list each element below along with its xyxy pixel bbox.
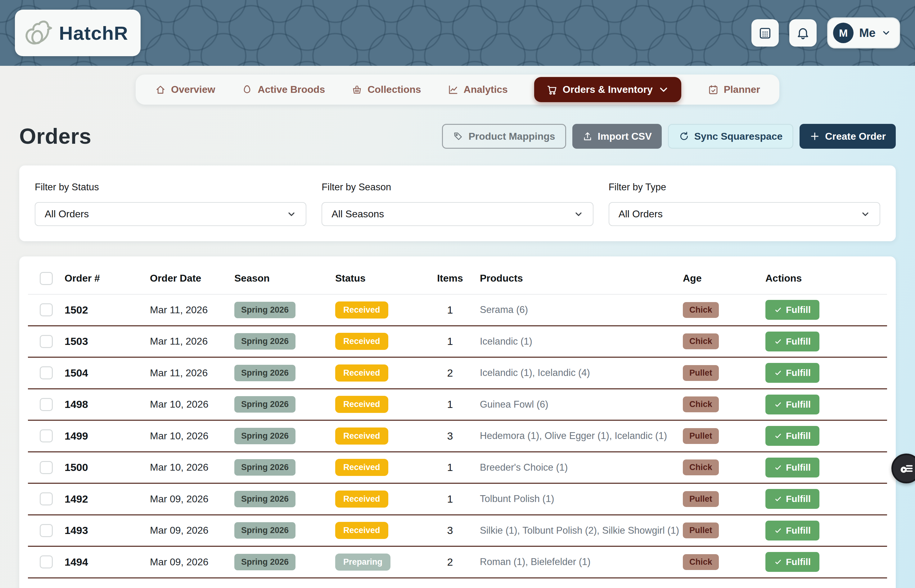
table-row: 1494Mar 09, 2026Spring 2026Preparing2Rom… [28, 547, 887, 578]
row-checkbox[interactable] [40, 556, 53, 569]
filter-by-season-select[interactable]: All Seasons [321, 202, 593, 226]
fulfill-button[interactable]: Fulfill [765, 458, 820, 478]
products-list: Hedemora (1), Olive Egger (1), Icelandic… [472, 430, 683, 441]
tag-icon [453, 131, 463, 142]
fulfill-button[interactable]: Fulfill [765, 300, 820, 320]
row-checkbox[interactable] [40, 398, 53, 411]
status-badge: Preparing [335, 554, 391, 570]
table-row: 1503Mar 11, 2026Spring 2026Received1Icel… [28, 326, 887, 358]
items-count: 1 [428, 304, 472, 316]
profile-label: Me [859, 26, 876, 40]
fulfill-label: Fulfill [786, 494, 811, 504]
fulfill-label: Fulfill [786, 557, 811, 567]
brand-logo[interactable]: HatchR [15, 10, 140, 56]
hen-egg-icon [23, 17, 55, 49]
season-badge: Spring 2026 [234, 365, 295, 381]
status-badge: Received [335, 522, 388, 539]
table-row: 1498Mar 10, 2026Spring 2026Received1Guin… [28, 389, 887, 421]
fulfill-button[interactable]: Fulfill [765, 331, 820, 351]
tab-active-broods[interactable]: Active Broods [242, 84, 325, 95]
row-checkbox[interactable] [40, 493, 53, 506]
row-checkbox[interactable] [40, 366, 53, 380]
tab-orders-inventory[interactable]: Orders & Inventory [534, 77, 681, 102]
chart-icon [447, 84, 459, 95]
import-csv-button[interactable]: Import CSV [572, 124, 662, 149]
row-checkbox[interactable] [40, 303, 53, 317]
product-mappings-button[interactable]: Product Mappings [442, 124, 566, 149]
order-number: 1498 [65, 398, 150, 410]
column-header-status: Status [335, 273, 428, 284]
tab-overview[interactable]: Overview [155, 84, 215, 95]
status-badge: Received [335, 491, 388, 507]
items-count: 1 [428, 461, 472, 473]
age-badge: Pullet [683, 365, 719, 381]
upload-icon [582, 131, 593, 142]
status-badge: Received [335, 459, 388, 476]
filter-label: Filter by Type [608, 182, 880, 193]
row-checkbox[interactable] [40, 524, 53, 537]
button-label: Product Mappings [468, 131, 555, 142]
chevron-down-icon [286, 209, 297, 219]
order-number: 1494 [65, 556, 150, 568]
column-header-season: Season [234, 273, 335, 284]
tab-label: Overview [171, 84, 215, 95]
orders-table: Order #Order DateSeasonStatusItemsProduc… [19, 257, 896, 588]
filter-label: Filter by Season [321, 182, 593, 193]
order-date: Mar 09, 2026 [150, 556, 234, 568]
button-label: Import CSV [598, 131, 652, 142]
header-actions: M Me [751, 18, 900, 48]
items-count: 1 [428, 493, 472, 505]
select-all-checkbox[interactable] [40, 272, 53, 285]
order-date: Mar 10, 2026 [150, 430, 234, 442]
row-checkbox[interactable] [40, 335, 53, 348]
products-list: Serama (6) [472, 304, 683, 315]
chevron-down-icon [860, 209, 870, 219]
column-header-actions: Actions [765, 273, 887, 284]
check-icon [774, 527, 782, 535]
nav-wrap: OverviewActive BroodsCollectionsAnalytic… [0, 66, 915, 105]
age-badge: Pullet [683, 491, 719, 507]
create-order-button[interactable]: Create Order [800, 124, 896, 149]
notifications-button[interactable] [789, 19, 817, 47]
check-icon [774, 369, 782, 377]
fulfill-button[interactable]: Fulfill [765, 426, 820, 446]
table-row: 1504Mar 11, 2026Spring 2026Received2Icel… [28, 358, 887, 389]
status-badge: Received [335, 396, 388, 413]
order-number: 1500 [65, 461, 150, 473]
products-list: Roman (1), Bielefelder (1) [472, 556, 683, 567]
age-badge: Pullet [683, 428, 719, 444]
select-value: All Seasons [331, 208, 384, 220]
products-list: Silkie (1), Tolbunt Polish (2), Silkie S… [472, 525, 683, 536]
fulfill-button[interactable]: Fulfill [765, 489, 820, 509]
season-badge: Spring 2026 [234, 522, 295, 539]
tab-analytics[interactable]: Analytics [447, 84, 508, 95]
tab-label: Analytics [464, 84, 508, 95]
fulfill-button[interactable]: Fulfill [765, 552, 820, 572]
fulfill-button[interactable]: Fulfill [765, 394, 820, 414]
tab-planner[interactable]: Planner [708, 84, 760, 95]
row-checkbox[interactable] [40, 461, 53, 474]
column-header-products: Products [472, 273, 683, 284]
filter-by-status-select[interactable]: All Orders [35, 202, 307, 226]
calendar-check-icon [708, 84, 719, 95]
calendar-button[interactable] [751, 19, 779, 47]
filter-group-filter-by-season: Filter by SeasonAll Seasons [321, 182, 593, 241]
fulfill-button[interactable]: Fulfill [765, 363, 820, 383]
filter-by-type-select[interactable]: All Orders [608, 202, 880, 226]
season-badge: Spring 2026 [234, 302, 295, 318]
profile-menu[interactable]: M Me [827, 18, 900, 48]
page-body: OverviewActive BroodsCollectionsAnalytic… [0, 66, 915, 588]
age-badge: Chick [683, 302, 719, 318]
table-header-row: Order #Order DateSeasonStatusItemsProduc… [28, 263, 887, 295]
check-icon [774, 464, 782, 472]
tab-collections[interactable]: Collections [351, 84, 421, 95]
items-count: 3 [428, 524, 472, 536]
order-number: 1492 [65, 493, 150, 505]
column-header-order-date: Order Date [150, 273, 234, 284]
filter-group-filter-by-type: Filter by TypeAll Orders [608, 182, 880, 241]
fulfill-button[interactable]: Fulfill [765, 521, 820, 541]
order-date: Mar 11, 2026 [150, 304, 234, 316]
fulfill-label: Fulfill [786, 431, 811, 441]
sync-squarespace-button[interactable]: Sync Squarespace [668, 124, 794, 149]
row-checkbox[interactable] [40, 430, 53, 443]
